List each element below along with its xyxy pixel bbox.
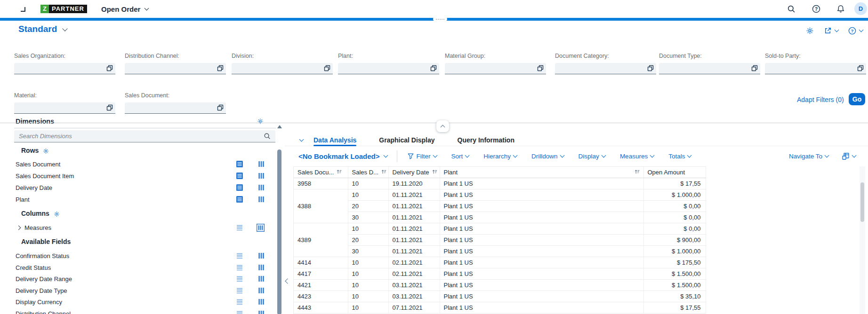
delivery-date-cell[interactable]: 01.11.2021 [388, 235, 440, 246]
filter-input[interactable] [232, 63, 333, 74]
menu-hierarchy-button[interactable]: Hierarchy [481, 152, 520, 160]
move-to-columns-icon[interactable] [258, 264, 265, 271]
filter-input[interactable] [765, 63, 866, 74]
navigate-to-button[interactable]: Navigate To [786, 152, 831, 160]
plant-cell[interactable]: Plant 1 US [440, 223, 643, 235]
table-row[interactable]: 43891001.11.2021Plant 1 US$ 0,00 [294, 223, 706, 235]
move-to-rows-icon[interactable] [236, 264, 243, 271]
delivery-date-cell[interactable]: 01.11.2021 [388, 189, 440, 201]
share-export-icon[interactable] [824, 27, 832, 35]
sort-icon[interactable] [635, 169, 640, 176]
menu-measures-button[interactable]: Measures [617, 152, 657, 160]
delivery-date-cell[interactable]: 19.11.2020 [388, 178, 440, 189]
move-to-columns-icon[interactable] [258, 196, 265, 203]
value-help-icon[interactable] [217, 64, 224, 72]
menu-display-button[interactable]: Display [576, 152, 608, 160]
plant-cell[interactable]: Plant 1 US [440, 280, 643, 291]
table-row[interactable]: 3001.11.2021Plant 1 US$ 1.000,00 [294, 246, 706, 257]
tab-collapse-chevron-icon[interactable] [299, 137, 304, 141]
search-icon[interactable] [264, 133, 271, 140]
plant-cell[interactable]: Plant 1 US [440, 235, 643, 246]
delivery-date-cell[interactable]: 02.11.2021 [388, 257, 440, 268]
dimension-item[interactable]: Distribution Channel [16, 308, 275, 314]
section-settings-gear-icon[interactable] [54, 211, 60, 217]
delivery-date-cell[interactable]: 01.11.2021 [388, 223, 440, 235]
open-amount-cell[interactable]: $ 1.500,00 [643, 280, 706, 291]
move-to-rows-icon[interactable] [236, 298, 243, 305]
filter-input[interactable] [125, 63, 226, 74]
variant-selector[interactable]: Standard [16, 24, 70, 35]
sales-document-item-cell[interactable]: 10 [348, 223, 388, 235]
sort-icon[interactable] [432, 169, 437, 176]
plant-cell[interactable]: Plant 1 US [440, 212, 643, 223]
filter-input[interactable] [445, 63, 546, 74]
column-header-4[interactable]: Open Amount [643, 167, 706, 178]
table-row[interactable]: 2001.11.2021Plant 1 US$ 900,00 [294, 235, 706, 246]
sales-document-item-cell[interactable]: 10 [348, 268, 388, 280]
column-header-1[interactable]: Sales D... [348, 167, 388, 178]
delivery-date-cell[interactable]: 01.11.2021 [388, 246, 440, 257]
go-button[interactable]: Go [849, 93, 865, 105]
plant-cell[interactable]: Plant 1 US [440, 189, 643, 201]
plant-cell[interactable]: Plant 1 US [440, 246, 643, 257]
search-dimensions-input[interactable]: Search Dimensions [14, 130, 275, 142]
move-to-rows-icon[interactable] [236, 310, 243, 314]
tab-graphical-display[interactable]: Graphical Display [379, 133, 434, 146]
move-to-rows-icon[interactable] [236, 252, 243, 259]
value-help-icon[interactable] [106, 104, 113, 111]
dimension-item[interactable]: Delivery Date Range [16, 273, 275, 285]
panel-collapse-handle[interactable] [284, 276, 291, 286]
move-to-rows-icon[interactable] [236, 196, 243, 203]
value-help-icon[interactable] [323, 64, 331, 72]
page-help-icon[interactable]: ? [848, 27, 856, 35]
sales-document-cell[interactable]: 3958 [294, 178, 348, 189]
sales-document-cell[interactable]: 4443 [294, 302, 348, 314]
filter-input[interactable] [338, 63, 439, 74]
open-amount-cell[interactable]: $ 0,00 [643, 223, 706, 235]
move-to-rows-icon[interactable] [236, 173, 243, 179]
value-help-icon[interactable] [751, 64, 758, 72]
export-spreadsheet-button[interactable] [839, 152, 859, 161]
move-to-rows-icon[interactable] [236, 287, 243, 294]
panel-scrollbar-thumb[interactable] [277, 149, 281, 314]
delivery-date-cell[interactable]: 07.11.2021 [388, 302, 440, 314]
dimension-item[interactable]: Delivery Date Type [16, 285, 275, 297]
move-to-columns-icon[interactable] [258, 275, 265, 282]
open-amount-cell[interactable]: $ 1.500,00 [643, 268, 706, 280]
open-amount-cell[interactable]: $ 900,00 [643, 235, 706, 246]
open-amount-cell[interactable]: $ 17,55 [643, 178, 706, 189]
sales-document-item-cell[interactable]: 10 [348, 178, 388, 189]
delivery-date-cell[interactable]: 03.11.2021 [388, 291, 440, 302]
panel-scrollbar[interactable] [277, 117, 282, 314]
value-help-icon[interactable] [857, 64, 864, 72]
open-amount-cell[interactable]: $ 35,10 [643, 291, 706, 302]
filter-input[interactable] [555, 63, 656, 74]
column-header-2[interactable]: Delivery Date [388, 167, 440, 178]
value-help-icon[interactable] [217, 104, 224, 111]
sales-document-item-cell[interactable]: 20 [348, 201, 388, 212]
delivery-date-cell[interactable]: 02.11.2021 [388, 268, 440, 280]
dimension-item[interactable]: Plant [16, 194, 275, 205]
sales-document-cell[interactable]: 4389 [294, 223, 348, 257]
table-row[interactable]: 44231003.11.2021Plant 1 US$ 35,10 [294, 291, 706, 302]
sales-document-item-cell[interactable]: 20 [348, 235, 388, 246]
menu-totals-button[interactable]: Totals [666, 152, 694, 160]
dimension-item[interactable]: Measures [16, 222, 275, 234]
user-avatar[interactable]: D [854, 2, 867, 15]
sales-document-cell[interactable]: 4417 [294, 268, 348, 280]
move-to-columns-icon[interactable] [258, 173, 265, 179]
menu-sort-button[interactable]: Sort [449, 152, 472, 160]
help-icon[interactable]: ? [812, 5, 820, 13]
table-row[interactable]: 39581019.11.2020Plant 1 US$ 17,55 [294, 178, 706, 189]
value-help-icon[interactable] [537, 64, 544, 72]
move-to-columns-icon[interactable] [258, 287, 265, 294]
filter-input[interactable] [14, 63, 115, 74]
value-help-icon[interactable] [430, 64, 437, 72]
plant-cell[interactable]: Plant 1 US [440, 257, 643, 268]
sales-document-item-cell[interactable]: 30 [348, 212, 388, 223]
move-to-columns-icon[interactable] [258, 310, 265, 314]
dimension-item[interactable]: Delivery Date [16, 182, 275, 194]
plant-cell[interactable]: Plant 1 US [440, 302, 643, 314]
dimension-item[interactable]: Confirmation Status [16, 250, 275, 262]
table-row[interactable]: 44171002.11.2021Plant 1 US$ 1.500,00 [294, 268, 706, 280]
